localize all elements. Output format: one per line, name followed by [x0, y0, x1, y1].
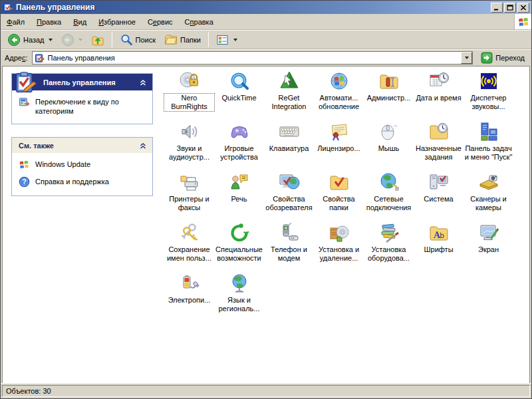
control-panel-item-label: QuickTime	[221, 94, 257, 102]
control-panel-item[interactable]: Администр...	[364, 70, 414, 121]
control-panel-item[interactable]: Принтеры и факсы	[164, 172, 214, 222]
folders-button[interactable]: Папки	[160, 31, 205, 48]
menu-items: ФайлПравкаВидИзбранноеСервисСправка	[1, 14, 219, 29]
sidebar-panel-header[interactable]: См. также	[12, 138, 152, 153]
control-panel-item[interactable]: Клавиатура	[264, 121, 314, 172]
go-label: Переход	[495, 54, 525, 62]
address-control-panel-icon	[35, 53, 45, 63]
sidebar-panel-title: См. также	[19, 142, 138, 150]
control-panel-item-label: Сетевые подключения	[364, 195, 414, 212]
minimize-button[interactable]	[491, 3, 503, 13]
chevron-up-icon[interactable]	[138, 78, 148, 87]
control-panel-item[interactable]: Установка оборудова...	[364, 222, 414, 273]
automatic-updates-icon	[329, 70, 350, 92]
control-panel-item[interactable]: Сохранение имен польз...	[164, 222, 214, 273]
sidebar-panel-title: Панель управления	[43, 78, 138, 86]
control-panel-item-label: Специальные возможности	[214, 245, 264, 263]
menu-item-favorites[interactable]: Избранное	[92, 14, 142, 29]
control-panel-item-label: Диспетчер звуковы...	[464, 94, 513, 111]
control-panel-item[interactable]: Панель задач и меню "Пуск"	[464, 121, 513, 172]
control-panel-item-label: Администр...	[366, 94, 412, 102]
menu-item-tools[interactable]: Сервис	[142, 14, 179, 29]
icon-grid: Nero BurnRightsQuickTimeReGet Integratio…	[161, 66, 529, 383]
sidebar-item-help-support[interactable]: ?Справка и поддержка	[19, 176, 148, 188]
control-panel-item[interactable]: Речь	[214, 172, 264, 222]
back-button[interactable]: Назад	[3, 31, 57, 48]
control-panel-item-label: Принтеры и факсы	[164, 195, 214, 212]
address-dropdown-caret	[465, 57, 469, 59]
up-button[interactable]	[87, 31, 108, 48]
control-panel-item-label: Мышь	[378, 144, 400, 153]
control-panel-item[interactable]: Электропи...	[164, 273, 214, 323]
search-button[interactable]: Поиск	[116, 31, 160, 48]
control-panel-item[interactable]: Автомати... обновление	[314, 70, 364, 121]
back-label: Назад	[23, 36, 45, 44]
control-panel-item-label: ReGet Integration	[264, 94, 314, 111]
menu-item-view[interactable]: Вид	[67, 14, 92, 29]
sidebar-item-label: Переключение к виду по категориям	[35, 96, 148, 116]
control-panel-item[interactable]: Дата и время	[414, 70, 464, 121]
address-dropdown-button[interactable]	[461, 52, 472, 64]
views-button[interactable]	[212, 31, 241, 48]
forward-dropdown-caret[interactable]	[78, 39, 82, 41]
quicktime-icon	[229, 70, 250, 92]
menu-item-help[interactable]: Справка	[179, 14, 219, 29]
control-panel-item[interactable]: Телефон и модем	[264, 222, 314, 273]
back-dropdown-caret[interactable]	[49, 39, 53, 41]
control-panel-item[interactable]: Специальные возможности	[214, 222, 264, 273]
sidebar-panel-see-also: См. также Windows Update?Справка и подде…	[11, 137, 153, 196]
control-panel-item-label: Nero BurnRights	[164, 94, 214, 111]
control-panel-item[interactable]: Nero BurnRights	[164, 70, 214, 121]
sidebar-item-label: Справка и поддержка	[35, 176, 109, 186]
control-panel-item[interactable]: Звуки и аудиоустр...	[164, 121, 214, 172]
control-panel-item[interactable]: ReGet Integration	[264, 70, 314, 121]
control-panel-item[interactable]: Сканеры и камеры	[464, 172, 513, 222]
control-panel-item-label: Свойства обозревателя	[264, 195, 314, 212]
control-panel-item[interactable]: Свойства обозревателя	[264, 172, 314, 222]
control-panel-item-label: Язык и региональ...	[214, 296, 264, 313]
network-connections-icon	[378, 172, 400, 193]
toolbar-separator	[208, 32, 209, 47]
control-panel-item[interactable]: Система	[414, 172, 464, 222]
forward-icon	[61, 33, 74, 47]
chevron-up-icon[interactable]	[138, 141, 148, 150]
forward-button[interactable]	[57, 31, 86, 48]
control-panel-item-label: Экран	[477, 245, 499, 254]
add-hardware-icon	[378, 222, 400, 243]
sidebar-panel-body: Windows Update?Справка и поддержка	[12, 153, 152, 196]
go-button[interactable]: Переход	[477, 51, 529, 66]
control-panel-item[interactable]: Экран	[464, 222, 513, 273]
control-panel-item[interactable]: AbШрифты	[414, 222, 464, 273]
control-panel-item[interactable]: QuickTime	[214, 70, 264, 121]
menu-item-file[interactable]: Файл	[1, 14, 31, 29]
control-panel-item-label: Игровые устройства	[214, 144, 264, 162]
control-panel-item[interactable]: Диспетчер звуковы...	[464, 70, 513, 121]
control-panel-item[interactable]: Установка и удаление...	[314, 222, 364, 273]
maximize-icon	[506, 4, 514, 11]
menubar: ФайлПравкаВидИзбранноеСервисСправка	[1, 14, 531, 30]
control-panel-item[interactable]: Игровые устройства	[214, 121, 264, 172]
menu-item-edit[interactable]: Правка	[31, 14, 67, 29]
control-panel-item[interactable]: Лицензиро...	[314, 121, 364, 172]
control-panel-item-label: Клавиатура	[269, 144, 310, 153]
control-panel-item[interactable]: Мышь	[364, 121, 414, 172]
sidebar-item-windows-update[interactable]: Windows Update	[19, 159, 148, 170]
control-panel-item-label: Система	[423, 195, 454, 203]
sidebar-panel-body: Переключение к виду по категориям	[12, 90, 152, 124]
toolbar: Назад Поиск Папки	[1, 30, 531, 49]
views-dropdown-caret[interactable]	[233, 39, 237, 41]
control-panel-item[interactable]: Свойства папки	[314, 172, 364, 222]
titlebar[interactable]: Панель управления	[1, 1, 531, 14]
help-support-icon: ?	[19, 176, 30, 188]
close-icon	[519, 4, 527, 11]
sidebar-item-category-view[interactable]: Переключение к виду по категориям	[19, 96, 148, 116]
maximize-button[interactable]	[504, 3, 516, 13]
window-title: Панель управления	[16, 3, 489, 12]
mouse-icon	[378, 121, 400, 142]
control-panel-item[interactable]: Язык и региональ...	[214, 273, 264, 323]
control-panel-item[interactable]: Сетевые подключения	[364, 172, 414, 222]
address-input[interactable]: Панель управления	[32, 51, 473, 65]
control-panel-item[interactable]: Назначенные задания	[414, 121, 464, 172]
control-panel-item-label: Дата и время	[415, 94, 462, 102]
close-button[interactable]	[517, 3, 529, 13]
